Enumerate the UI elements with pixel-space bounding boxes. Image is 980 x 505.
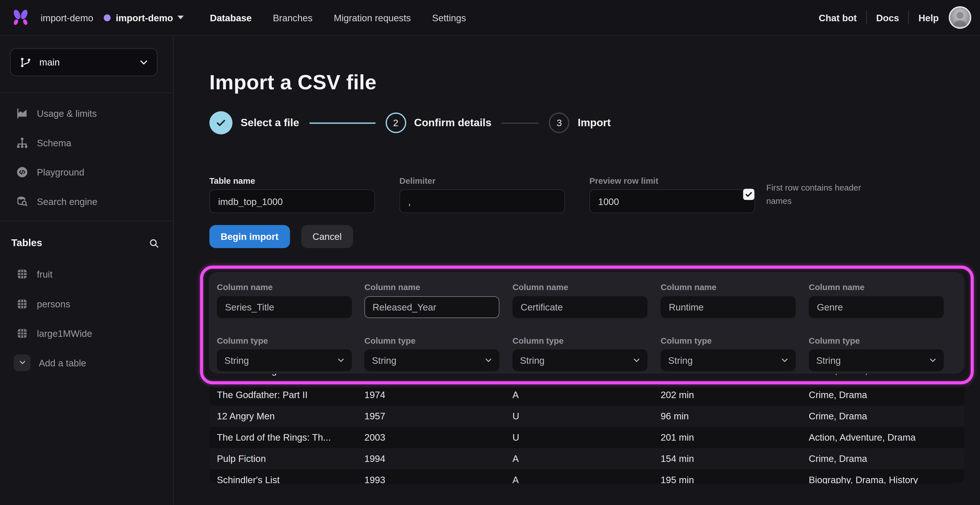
column-name-input-series-title[interactable] [217, 296, 352, 318]
column-type-select[interactable]: String [217, 349, 352, 371]
table-name-label: fruit [37, 268, 52, 279]
branch-name: main [40, 57, 60, 67]
column-name-label: Column name [661, 283, 809, 292]
column-name-input-runtime[interactable] [661, 296, 796, 318]
workspace-name[interactable]: import-demo [41, 12, 93, 23]
first-row-header-label: First row contains header names [766, 181, 873, 208]
chat-bot-link[interactable]: Chat bot [819, 12, 857, 23]
chevron-down-icon [336, 356, 346, 365]
user-avatar[interactable] [949, 6, 971, 29]
add-table-button[interactable]: Add a table [0, 350, 174, 375]
column-name-input-released-year[interactable] [364, 296, 500, 318]
column-type-label: Column type [512, 336, 660, 346]
tab-migration-requests[interactable]: Migration requests [334, 12, 411, 23]
chevron-down-icon [928, 356, 937, 365]
cell-released-year: 1993 [364, 469, 512, 484]
sidebar-table-large1mwide[interactable]: large1MWide [0, 321, 174, 346]
docs-link[interactable]: Docs [876, 12, 899, 23]
sidebar-item-schema[interactable]: Schema [0, 129, 174, 156]
cancel-button[interactable]: Cancel [301, 225, 353, 248]
cell-certificate: A [512, 448, 660, 469]
cell-runtime: 152 min [661, 374, 809, 381]
divider [0, 221, 174, 221]
table-row: Schindler's List 1993 A 195 min Biograph… [209, 469, 964, 484]
table-row: The Godfather: Part II 1974 A 202 min Cr… [209, 384, 964, 406]
column-type-select[interactable]: String [809, 349, 944, 371]
table-name-input[interactable] [209, 189, 375, 213]
tab-settings[interactable]: Settings [432, 12, 466, 23]
topbar: import-demo import-demo Database Branche… [0, 0, 980, 36]
divider [0, 92, 174, 93]
column-mapping-panel: Column name Column name Column name Colu… [209, 272, 964, 374]
database-name[interactable]: import-demo [116, 12, 173, 23]
chevron-down-icon [484, 356, 493, 365]
help-link[interactable]: Help [918, 12, 939, 23]
cell-released-year: 1957 [364, 405, 512, 427]
step-2-circle: 2 [385, 113, 406, 133]
avatar-silhouette-icon [950, 7, 970, 27]
cell-genre: Crime, Drama [809, 384, 964, 406]
column-type-select[interactable]: String [512, 349, 648, 371]
xata-logo-icon[interactable] [11, 9, 30, 26]
column-name-labels: Column name Column name Column name Colu… [209, 283, 964, 292]
column-name-input-certificate[interactable] [512, 296, 648, 318]
sidebar-item-label: Schema [37, 137, 71, 148]
cell-series-title: Schindler's List [217, 469, 364, 484]
selected-type: String [372, 355, 396, 365]
cell-runtime: 202 min [661, 384, 809, 406]
preview-row-limit-input[interactable] [589, 189, 755, 213]
cell-series-title: 12 Angry Men [217, 405, 364, 427]
tables-heading: Tables [11, 238, 42, 249]
cell-runtime: 195 min [661, 469, 809, 484]
step-1-check-circle [209, 111, 232, 134]
tab-branches[interactable]: Branches [273, 12, 312, 23]
chart-icon [16, 106, 29, 120]
table-row: 12 Angry Men 1957 U 96 min Crime, Drama [209, 405, 964, 427]
cell-genre: Action, Adventure, Drama [809, 427, 964, 448]
cell-genre: Action, Crime, Drama [809, 374, 964, 381]
database-caret-down-icon[interactable] [178, 16, 184, 19]
sidebar-table-fruit[interactable]: fruit [0, 261, 174, 286]
cell-certificate: U [512, 405, 660, 427]
cell-runtime: 96 min [661, 405, 809, 427]
page-title: Import a CSV file [209, 71, 376, 94]
sidebar-item-usage-limits[interactable]: Usage & limits [0, 100, 174, 127]
column-name-label: Column name [809, 283, 956, 292]
check-icon [215, 117, 227, 129]
code-playground-icon [16, 165, 29, 178]
selected-type: String [668, 355, 692, 365]
column-name-label: Column name [512, 283, 660, 292]
database-color-dot [104, 14, 111, 21]
delimiter-input[interactable] [399, 189, 565, 213]
column-type-select[interactable]: String [661, 349, 796, 371]
column-name-inputs [209, 296, 964, 318]
cell-released-year: 2003 [364, 427, 512, 448]
column-type-label: Column type [364, 336, 512, 346]
selected-type: String [224, 355, 249, 365]
schema-icon [16, 136, 29, 149]
selected-type: String [520, 355, 544, 365]
sidebar: main Usage & limits Schema [0, 36, 174, 505]
tables-section-header: Tables [0, 233, 174, 253]
sidebar-table-persons[interactable]: persons [0, 291, 174, 316]
cell-genre: Biography, Drama, History [809, 469, 964, 484]
csv-preview-table[interactable]: The Dark Knight 2008 UA 152 min Action, … [209, 374, 964, 484]
chevron-down-button[interactable] [14, 354, 30, 371]
divider [866, 11, 867, 24]
column-type-select[interactable]: String [364, 349, 500, 371]
branch-selector[interactable]: main [10, 48, 158, 76]
table-row-partial: The Dark Knight 2008 UA 152 min Action, … [209, 374, 964, 384]
first-row-header-checkbox[interactable] [743, 189, 754, 200]
sidebar-item-search-engine[interactable]: Search engine [0, 188, 174, 214]
cell-series-title: The Lord of the Rings: Th... [217, 427, 364, 448]
begin-import-button[interactable]: Begin import [209, 225, 290, 248]
sidebar-item-playground[interactable]: Playground [0, 159, 174, 185]
tab-database[interactable]: Database [210, 12, 251, 23]
cell-runtime: 201 min [661, 427, 809, 448]
cell-genre: Crime, Drama [809, 405, 964, 427]
cell-series-title: The Dark Knight [217, 374, 364, 381]
search-icon[interactable] [148, 237, 160, 249]
table-grid-icon [16, 327, 28, 339]
column-name-input-genre[interactable] [809, 296, 944, 318]
cell-series-title: Pulp Fiction [217, 448, 364, 469]
